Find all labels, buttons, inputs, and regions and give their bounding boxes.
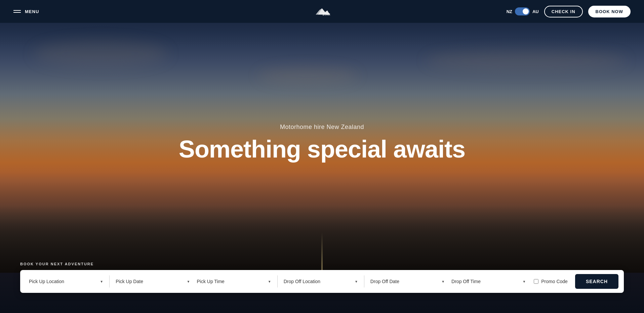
promo-section: Promo Code xyxy=(529,277,572,286)
promo-label: Promo Code xyxy=(541,279,568,284)
divider-1 xyxy=(109,275,110,287)
region-nz: NZ xyxy=(507,9,512,14)
search-section-label: BOOK YOUR NEXT ADVENTURE xyxy=(20,262,624,266)
dropoff-date-field[interactable]: Drop Off Date ▼ xyxy=(367,277,448,286)
search-button[interactable]: SEARCH xyxy=(575,274,618,289)
cloud-decoration-2 xyxy=(426,50,627,71)
navbar: MENU STAR NZ AU CHECK IN BOOK NOW xyxy=(0,0,644,23)
booknow-button[interactable]: BOOK NOW xyxy=(588,6,631,17)
toggle-track xyxy=(515,7,530,15)
dropoff-location-chevron: ▼ xyxy=(355,280,358,283)
dropoff-time-field[interactable]: Drop Off Time ▼ xyxy=(448,277,529,286)
hero-subtitle: Motorhome hire New Zealand xyxy=(179,124,465,131)
dropoff-group: Drop Off Location ▼ Drop Off Date ▼ Drop… xyxy=(280,275,529,287)
svg-text:STAR: STAR xyxy=(322,13,330,16)
region-switch[interactable] xyxy=(515,7,530,15)
cloud-decoration-1 xyxy=(34,40,168,67)
nav-right: NZ AU CHECK IN BOOK NOW xyxy=(507,6,631,17)
region-toggle[interactable]: NZ AU xyxy=(507,7,539,15)
pickup-date-field[interactable]: Pick Up Date ▼ xyxy=(112,277,193,286)
pickup-group: Pick Up Location ▼ Pick Up Date ▼ Pick U… xyxy=(26,275,275,287)
menu-button[interactable]: MENU xyxy=(13,9,39,14)
pickup-location-label: Pick Up Location xyxy=(29,279,98,284)
toggle-thumb xyxy=(523,8,529,14)
pickup-date-chevron: ▼ xyxy=(187,280,190,283)
hero-title: Something special awaits xyxy=(179,136,465,163)
dropoff-date-label: Drop Off Date xyxy=(370,279,439,284)
dropoff-time-chevron: ▼ xyxy=(522,280,526,283)
pickup-date-label: Pick Up Date xyxy=(116,279,185,284)
dropoff-location-label: Drop Off Location xyxy=(284,279,353,284)
dropoff-location-field[interactable]: Drop Off Location ▼ xyxy=(280,277,361,286)
pickup-location-chevron: ▼ xyxy=(100,280,103,283)
cloud-decoration-3 xyxy=(257,67,358,84)
hamburger-icon xyxy=(13,10,21,13)
dropoff-date-chevron: ▼ xyxy=(441,280,445,283)
logo-container[interactable]: STAR xyxy=(314,5,330,18)
search-section: BOOK YOUR NEXT ADVENTURE Pick Up Locatio… xyxy=(0,262,644,293)
star-logo: STAR xyxy=(314,5,330,18)
divider-main xyxy=(277,275,278,287)
dropoff-time-label: Drop Off Time xyxy=(451,279,520,284)
pickup-location-field[interactable]: Pick Up Location ▼ xyxy=(26,277,107,286)
menu-label: MENU xyxy=(25,9,39,14)
checkin-button[interactable]: CHECK IN xyxy=(544,6,583,17)
pickup-time-field[interactable]: Pick Up Time ▼ xyxy=(193,277,274,286)
promo-checkbox[interactable] xyxy=(534,279,538,284)
search-bar: Pick Up Location ▼ Pick Up Date ▼ Pick U… xyxy=(20,270,624,293)
divider-2 xyxy=(364,275,364,287)
pickup-time-label: Pick Up Time xyxy=(197,279,266,284)
hero-section: Motorhome hire New Zealand Something spe… xyxy=(0,0,644,313)
region-au: AU xyxy=(532,9,539,14)
pickup-time-chevron: ▼ xyxy=(268,280,271,283)
hero-content: Motorhome hire New Zealand Something spe… xyxy=(179,124,465,163)
